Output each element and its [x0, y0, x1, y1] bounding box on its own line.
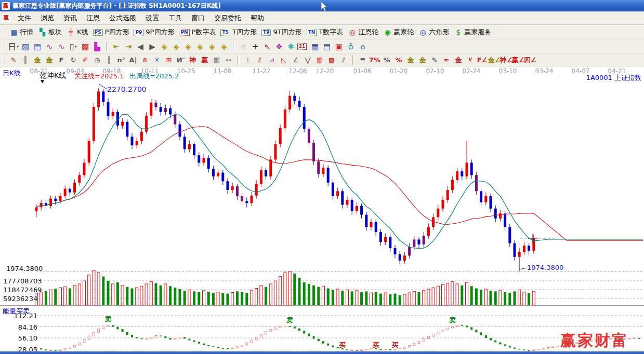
parallel-lines-icon[interactable]: ⫽ — [338, 55, 349, 65]
pct-line-icon[interactable]: % — [393, 55, 404, 65]
calculator-icon[interactable]: ▦ — [309, 41, 321, 52]
price-bars-icon[interactable]: ≣ — [357, 55, 369, 65]
menu-公式选股[interactable]: 公式选股 — [104, 12, 141, 24]
menu-交易委托[interactable]: 交易委托 — [209, 12, 246, 24]
pct7-icon[interactable]: 7% — [369, 55, 380, 65]
fan-box2-icon[interactable]: ◺ — [278, 55, 290, 65]
wave9-icon[interactable]: ∿ — [56, 41, 67, 52]
menu-窗口[interactable]: 窗口 — [187, 12, 209, 24]
menu-设置[interactable]: 设置 — [141, 12, 164, 24]
expand-h-icon[interactable]: ◈ — [182, 41, 194, 52]
menu-浏览[interactable]: 浏览 — [36, 12, 59, 24]
quotes-button[interactable]: ▦行情 — [8, 27, 35, 37]
prev-page-icon[interactable]: ◀ — [135, 41, 146, 52]
spiral-icon[interactable]: ↻ — [68, 55, 79, 65]
shift-left-icon: ◈ — [161, 42, 167, 51]
t-square-button[interactable]: TST四方形 — [219, 27, 258, 37]
grid-dense2-icon[interactable]: ▩ — [326, 55, 337, 65]
pen-tool-icon[interactable]: ✎ — [8, 55, 19, 65]
fan-lines-icon[interactable]: ⫽ — [254, 55, 266, 65]
wave3-icon[interactable]: ∿ — [44, 41, 55, 52]
expand-v-icon[interactable]: ◈ — [206, 41, 218, 52]
a-mirror-icon[interactable]: A| — [127, 55, 139, 65]
t-table-button[interactable]: TNT数字表 — [305, 27, 345, 37]
spider-web-icon[interactable]: ✳ — [151, 55, 163, 65]
zigzag-icon[interactable]: И″ — [175, 55, 187, 65]
last-page-icon[interactable]: ⇥ — [123, 41, 134, 52]
next-page-icon[interactable]: ▶ — [147, 41, 158, 52]
kline-button[interactable]: ╪K线 — [65, 27, 90, 37]
grid-dense-icon[interactable]: ▦ — [314, 55, 325, 65]
time-circle-icon[interactable]: ◷ — [91, 55, 103, 65]
shrink-h-icon[interactable]: ◈ — [194, 41, 206, 52]
gold-line-icon[interactable]: 金 — [417, 55, 428, 65]
wave-cross-icon[interactable]: ≈ — [441, 55, 452, 65]
workstation-icon[interactable]: ⌂ — [357, 41, 369, 52]
save-icon[interactable]: ▣ — [333, 41, 345, 52]
v-wave-icon[interactable]: ⋁ — [302, 55, 313, 65]
winner-wheel-button[interactable]: ◉赢家轮 — [382, 27, 415, 37]
square-web-icon[interactable]: ⊞ — [163, 55, 175, 65]
flower-tool-icon[interactable]: ❖ — [273, 41, 285, 52]
shen-tool-icon: 神 — [190, 56, 196, 65]
menu-帮助[interactable]: 帮助 — [246, 12, 269, 24]
t-square-tool-icon[interactable]: ⊥ — [242, 55, 254, 65]
chart-area[interactable]: 卖卖卖买买买 08-2109-0409-1810-1110-2511-0811-… — [0, 66, 644, 352]
menu-资讯[interactable]: 资讯 — [59, 12, 82, 24]
histogram-icon[interactable]: ▙ — [91, 41, 103, 52]
single-candle-icon[interactable]: ▯▾ — [68, 41, 79, 52]
winner-service-button[interactable]: $赢家服务 — [452, 27, 493, 37]
hexagon-button[interactable]: ◎六角形 — [417, 27, 451, 37]
knot-tool-icon[interactable]: ❃ — [285, 41, 297, 52]
n2-icon[interactable]: n² — [115, 55, 127, 65]
menu-文件[interactable]: 文件 — [13, 12, 36, 24]
net-grid-icon[interactable]: ▨ — [20, 41, 31, 52]
select-arrow-icon[interactable]: ⇖ — [261, 41, 273, 52]
f-angle-icon[interactable]: F∠ — [477, 55, 488, 65]
kline-chart[interactable]: 卖卖卖买买买 — [0, 66, 644, 352]
network-icon[interactable]: ♁ — [345, 41, 357, 52]
shift-left-icon[interactable]: ◈ — [159, 41, 170, 52]
menu-工具[interactable]: 工具 — [164, 12, 187, 24]
pct-icon[interactable]: % — [381, 55, 392, 65]
p-square-button[interactable]: PSP四方形 — [91, 27, 131, 37]
tick-ruler-icon[interactable]: ╫ — [20, 55, 31, 65]
circle-cross-icon[interactable]: ⊕ — [139, 55, 151, 65]
crosshair-icon[interactable]: + — [249, 41, 261, 52]
gold-angle-icon[interactable]: 金∠ — [489, 55, 500, 65]
candle-period-icon[interactable]: 日▾ — [8, 41, 19, 52]
shen-tool-icon[interactable]: 神 — [187, 55, 199, 65]
report-icon[interactable]: ▤ — [321, 41, 333, 52]
four-angle-icon[interactable]: 四∠ — [524, 55, 536, 65]
blocks-button[interactable]: ▚板块 — [36, 27, 63, 37]
first-page-icon[interactable]: ⇤ — [111, 41, 122, 52]
ying-tool-icon[interactable]: 赢 — [199, 55, 211, 65]
j-angle-icon[interactable]: ⊻ — [465, 55, 476, 65]
gold-ring-icon[interactable]: 金 — [405, 55, 416, 65]
pattern-icon[interactable]: ▩ — [80, 41, 91, 52]
menu-江恩[interactable]: 江恩 — [82, 12, 104, 24]
shift-right-icon[interactable]: ◈ — [170, 41, 182, 52]
gann-wheel-button[interactable]: ◎江恩轮 — [346, 27, 380, 37]
grid-123-icon[interactable]: ▦ — [211, 55, 222, 65]
tick-ruler2-icon[interactable]: ╫ — [103, 55, 115, 65]
red-pen-icon[interactable]: ✐ — [80, 55, 91, 65]
trend-angle-icon[interactable]: ∠ — [290, 55, 301, 65]
fan-box-icon[interactable]: ⊿ — [266, 55, 278, 65]
gold-under-icon[interactable]: 金 — [453, 55, 464, 65]
shen-angle-icon[interactable]: 神∠ — [501, 55, 512, 65]
gann-box2-icon[interactable]: 金 — [44, 55, 55, 65]
hand-icon[interactable]: ☝ — [238, 41, 249, 52]
ying-angle-icon[interactable]: 赢∠ — [512, 55, 524, 65]
info-doc-icon[interactable]: ▤ — [32, 41, 43, 52]
qiankun-dropdown-icon[interactable]: ▼ — [41, 79, 44, 84]
gann-box-icon[interactable]: 金 — [32, 55, 43, 65]
h-span-icon[interactable]: ↔ — [223, 55, 234, 65]
ink-brush-icon[interactable]: ✎ — [429, 55, 440, 65]
t9-square-button[interactable]: T99T四方形 — [260, 27, 304, 37]
shrink-v-icon[interactable]: ◈ — [218, 41, 230, 52]
calendar-21-icon[interactable]: 21 — [297, 41, 309, 52]
p9-square-button[interactable]: P99P四方形 — [132, 27, 176, 37]
f-ruler-icon[interactable]: F — [56, 55, 67, 65]
p-table-button[interactable]: PNP数字表 — [177, 27, 217, 37]
